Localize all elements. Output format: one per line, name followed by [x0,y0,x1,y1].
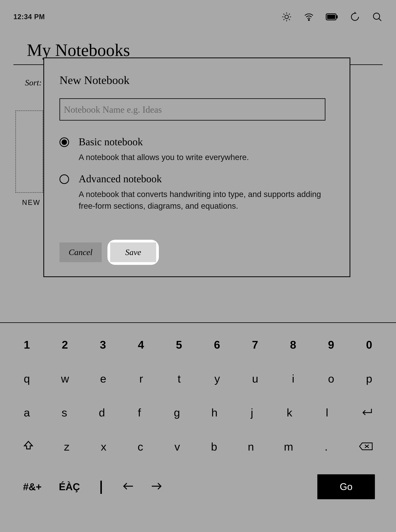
keyboard-row-3: a s d f g h j k l [21,406,375,419]
key-f[interactable]: f [134,406,145,419]
key-8[interactable]: 8 [287,338,299,351]
key-6[interactable]: 6 [211,338,223,351]
enter-icon [361,406,373,419]
key-u[interactable]: u [250,372,261,385]
svg-point-13 [373,13,380,19]
key-7[interactable]: 7 [249,338,261,351]
key-go[interactable]: Go [317,474,375,499]
key-arrow-left[interactable] [120,481,136,493]
key-e[interactable]: e [98,372,109,385]
battery-icon[interactable] [326,13,338,21]
radio-basic-notebook[interactable]: Basic notebook A notebook that allows yo… [59,136,334,163]
notebook-name-input[interactable] [59,98,325,120]
key-9[interactable]: 9 [325,338,337,351]
arrow-left-icon [122,481,134,493]
key-m[interactable]: m [282,440,295,453]
status-bar: 12:34 PM [0,11,396,22]
svg-line-6 [289,19,290,20]
spacebar-icon [100,481,102,494]
key-j[interactable]: j [246,406,258,419]
svg-line-5 [283,14,284,15]
key-z[interactable]: z [61,440,73,453]
sort-label[interactable]: Sort: [25,78,42,88]
key-k[interactable]: k [284,406,295,419]
new-notebook-card-label: NEW [22,198,41,207]
keyboard-row-2: q w e r t y u i o p [21,372,375,385]
key-4[interactable]: 4 [135,338,147,351]
key-shift[interactable] [21,440,36,453]
key-i[interactable]: i [287,372,299,385]
keyboard-row-4: z x c v b n m . [21,440,375,453]
wifi-icon[interactable] [303,11,314,22]
dialog-button-row: Cancel Save [59,240,159,265]
page-title: My Notebooks [27,40,130,60]
key-n[interactable]: n [245,440,257,453]
key-x[interactable]: x [98,440,109,453]
new-notebook-dialog: New Notebook Basic notebook A notebook t… [43,57,350,277]
radio-advanced-notebook[interactable]: Advanced notebook A notebook that conver… [59,173,334,212]
backspace-icon [359,440,373,453]
arrow-right-icon [151,481,163,493]
keyboard-row-5: #&+ ÉÀÇ Go [21,474,375,499]
svg-rect-11 [327,15,335,19]
search-icon[interactable] [372,11,383,22]
radio-dot-icon [59,137,69,147]
shift-icon [23,440,34,453]
radio-basic-description: A notebook that allows you to write ever… [79,152,249,163]
svg-rect-12 [337,15,338,18]
key-l[interactable]: l [321,406,333,419]
status-icons [281,11,383,22]
key-w[interactable]: w [59,372,71,385]
key-t[interactable]: t [174,372,185,385]
svg-line-14 [379,18,381,21]
dialog-title: New Notebook [59,74,334,87]
keyboard-row-1: 1 2 3 4 5 6 7 8 9 0 [21,338,375,351]
key-b[interactable]: b [208,440,220,453]
sync-icon[interactable] [349,11,360,22]
svg-marker-15 [24,441,32,449]
key-a[interactable]: a [21,406,33,419]
brightness-icon[interactable] [281,11,292,22]
new-notebook-card[interactable] [15,110,43,193]
key-space[interactable] [95,481,107,493]
key-5[interactable]: 5 [173,338,185,351]
key-r[interactable]: r [135,372,147,385]
svg-point-9 [308,20,309,21]
key-0[interactable]: 0 [363,338,375,351]
key-h[interactable]: h [209,406,220,419]
svg-line-7 [283,19,284,20]
key-2[interactable]: 2 [59,338,71,351]
save-button-highlight: Save [107,240,159,265]
save-button[interactable]: Save [110,243,156,262]
svg-point-0 [285,15,289,19]
key-1[interactable]: 1 [21,338,33,351]
key-s[interactable]: s [59,406,70,419]
key-c[interactable]: c [135,440,146,453]
on-screen-keyboard: 1 2 3 4 5 6 7 8 9 0 q w e r t y u i o p … [0,322,396,532]
radio-advanced-title: Advanced notebook [79,173,328,185]
key-arrow-right[interactable] [149,481,164,493]
key-3[interactable]: 3 [97,338,109,351]
key-v[interactable]: v [172,440,183,453]
radio-basic-title: Basic notebook [79,136,249,148]
notebook-type-radio-group: Basic notebook A notebook that allows yo… [59,136,334,212]
screen: 12:34 PM [0,0,396,532]
key-p[interactable]: p [363,372,375,385]
key-q[interactable]: q [21,372,33,385]
status-time: 12:34 PM [13,13,45,21]
svg-line-8 [289,14,290,15]
radio-advanced-description: A notebook that converts handwriting int… [79,189,328,212]
key-g[interactable]: g [171,406,183,419]
cancel-button[interactable]: Cancel [59,243,102,262]
key-backspace[interactable] [357,440,375,453]
key-d[interactable]: d [96,406,108,419]
radio-circle-icon [59,174,69,184]
key-period[interactable]: . [320,440,332,453]
key-symbols[interactable]: #&+ [21,481,44,492]
key-enter[interactable] [359,406,375,419]
svg-marker-16 [360,443,372,450]
key-accents[interactable]: ÉÀÇ [57,481,82,492]
key-y[interactable]: y [211,372,223,385]
key-o[interactable]: o [325,372,337,385]
